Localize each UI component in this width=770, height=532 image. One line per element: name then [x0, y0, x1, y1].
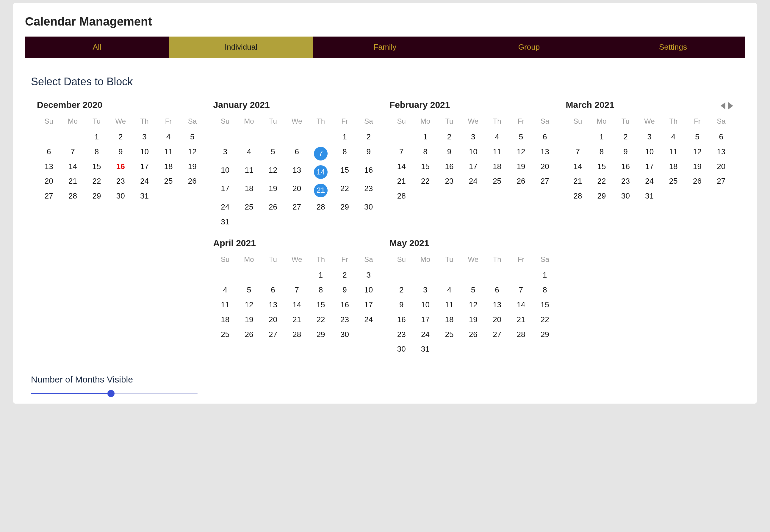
day-cell[interactable]: 15 — [533, 298, 557, 312]
day-cell[interactable]: 31 — [638, 189, 661, 204]
day-cell[interactable]: 2 — [389, 283, 413, 298]
day-cell[interactable]: 18 — [237, 181, 261, 200]
day-cell[interactable]: 14 — [566, 159, 590, 174]
day-cell[interactable]: 27 — [485, 327, 509, 342]
next-month-icon[interactable] — [728, 102, 733, 109]
day-cell[interactable]: 3 — [357, 268, 381, 283]
day-cell[interactable]: 16 — [357, 163, 381, 181]
day-cell[interactable]: 13 — [37, 159, 61, 174]
day-cell[interactable]: 15 — [590, 159, 614, 174]
tab-all[interactable]: All — [25, 37, 169, 58]
day-cell[interactable]: 15 — [413, 159, 437, 174]
day-cell[interactable]: 1 — [309, 268, 333, 283]
day-cell[interactable]: 7 — [509, 283, 533, 298]
day-cell[interactable]: 28 — [389, 189, 413, 204]
day-cell[interactable]: 5 — [685, 130, 709, 144]
day-cell[interactable]: 26 — [509, 174, 533, 189]
day-cell[interactable]: 24 — [357, 312, 381, 327]
day-cell[interactable]: 18 — [437, 312, 461, 327]
day-cell[interactable]: 17 — [413, 312, 437, 327]
day-cell[interactable]: 25 — [237, 200, 261, 215]
day-cell[interactable]: 14 — [285, 298, 309, 312]
day-cell[interactable]: 16 — [437, 159, 461, 174]
day-cell[interactable]: 1 — [533, 268, 557, 283]
day-cell[interactable]: 29 — [590, 189, 614, 204]
day-cell[interactable]: 20 — [485, 312, 509, 327]
day-cell[interactable]: 7 — [309, 144, 333, 163]
day-cell[interactable]: 20 — [261, 312, 285, 327]
day-cell[interactable]: 27 — [261, 327, 285, 342]
day-cell[interactable]: 27 — [709, 174, 733, 189]
day-cell[interactable]: 24 — [638, 174, 661, 189]
day-cell[interactable]: 26 — [461, 327, 485, 342]
day-cell[interactable]: 2 — [437, 130, 461, 144]
day-cell[interactable]: 27 — [533, 174, 557, 189]
day-cell[interactable]: 10 — [132, 144, 156, 159]
day-cell[interactable]: 4 — [156, 130, 180, 144]
day-cell[interactable]: 30 — [357, 200, 381, 215]
day-cell[interactable]: 11 — [213, 298, 237, 312]
day-cell[interactable]: 29 — [309, 327, 333, 342]
day-cell[interactable]: 8 — [413, 144, 437, 159]
slider-thumb[interactable] — [107, 390, 114, 397]
day-cell[interactable]: 20 — [37, 174, 61, 189]
day-cell[interactable]: 11 — [237, 163, 261, 181]
tab-settings[interactable]: Settings — [601, 37, 745, 58]
day-cell[interactable]: 2 — [333, 268, 356, 283]
day-cell[interactable]: 29 — [533, 327, 557, 342]
day-cell[interactable]: 15 — [309, 298, 333, 312]
day-cell[interactable]: 13 — [485, 298, 509, 312]
day-cell[interactable]: 22 — [333, 181, 356, 200]
day-cell[interactable]: 12 — [461, 298, 485, 312]
day-cell[interactable]: 6 — [709, 130, 733, 144]
day-cell[interactable]: 20 — [709, 159, 733, 174]
day-cell[interactable]: 21 — [389, 174, 413, 189]
day-cell[interactable]: 23 — [389, 327, 413, 342]
day-cell[interactable]: 9 — [437, 144, 461, 159]
tab-individual[interactable]: Individual — [169, 37, 313, 58]
day-cell[interactable]: 28 — [509, 327, 533, 342]
day-cell[interactable]: 25 — [437, 327, 461, 342]
day-cell[interactable]: 1 — [413, 130, 437, 144]
day-cell[interactable]: 6 — [533, 130, 557, 144]
prev-month-icon[interactable] — [721, 102, 725, 109]
day-cell[interactable]: 12 — [261, 163, 285, 181]
day-cell[interactable]: 17 — [213, 181, 237, 200]
day-cell[interactable]: 2 — [357, 130, 381, 144]
day-cell[interactable]: 13 — [533, 144, 557, 159]
day-cell[interactable]: 23 — [333, 312, 356, 327]
day-cell[interactable]: 25 — [156, 174, 180, 189]
day-cell[interactable]: 3 — [638, 130, 661, 144]
day-cell[interactable]: 5 — [237, 283, 261, 298]
day-cell[interactable]: 13 — [709, 144, 733, 159]
day-cell[interactable]: 9 — [357, 144, 381, 163]
day-cell[interactable]: 30 — [333, 327, 356, 342]
day-cell[interactable]: 24 — [213, 200, 237, 215]
day-cell[interactable]: 29 — [333, 200, 356, 215]
day-cell[interactable]: 25 — [661, 174, 685, 189]
day-cell[interactable]: 5 — [180, 130, 204, 144]
day-cell[interactable]: 4 — [485, 130, 509, 144]
day-cell[interactable]: 11 — [156, 144, 180, 159]
day-cell[interactable]: 17 — [638, 159, 661, 174]
day-cell[interactable]: 21 — [61, 174, 84, 189]
day-cell[interactable]: 24 — [461, 174, 485, 189]
day-cell[interactable]: 22 — [413, 174, 437, 189]
day-cell[interactable]: 26 — [237, 327, 261, 342]
day-cell[interactable]: 25 — [213, 327, 237, 342]
day-cell[interactable]: 16 — [333, 298, 356, 312]
day-cell[interactable]: 10 — [413, 298, 437, 312]
day-cell[interactable]: 9 — [389, 298, 413, 312]
day-cell[interactable]: 21 — [309, 181, 333, 200]
day-cell[interactable]: 18 — [156, 159, 180, 174]
day-cell[interactable]: 20 — [285, 181, 309, 200]
day-cell[interactable]: 5 — [461, 283, 485, 298]
day-cell[interactable]: 8 — [85, 144, 109, 159]
day-cell[interactable]: 8 — [309, 283, 333, 298]
day-cell[interactable]: 24 — [413, 327, 437, 342]
day-cell[interactable]: 21 — [566, 174, 590, 189]
day-cell[interactable]: 12 — [180, 144, 204, 159]
day-cell[interactable]: 2 — [109, 130, 132, 144]
day-cell[interactable]: 6 — [485, 283, 509, 298]
day-cell[interactable]: 15 — [85, 159, 109, 174]
